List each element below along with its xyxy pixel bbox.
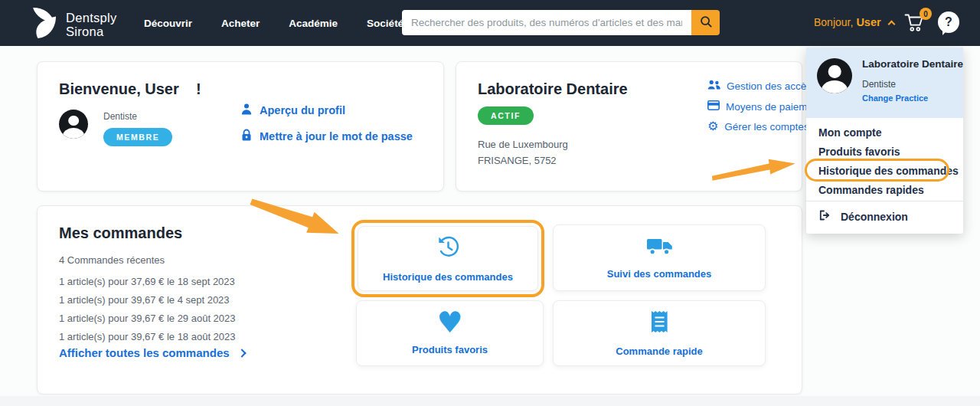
gear-icon: ⚙ — [707, 120, 718, 133]
logo-wordmark: Dentsply Sirona — [66, 11, 117, 39]
tile-favorite-products[interactable]: ♥ Produits favoris — [356, 300, 544, 366]
chevron-up-icon — [887, 20, 895, 28]
welcome-card: Bienvenue, User ! Dentiste MEMBRE Aperçu… — [37, 61, 444, 192]
nav-item-academie[interactable]: Académie — [289, 18, 338, 29]
clock-history-icon — [436, 235, 460, 262]
tile-quick-order[interactable]: Commande rapide — [553, 300, 766, 366]
membre-badge: MEMBRE — [103, 128, 172, 146]
greeting-prefix: Bonjour, — [814, 16, 853, 28]
order-line: 1 article(s) pour 39,67 € le 4 sept 2023 — [59, 294, 236, 306]
main-nav: Découvrir Acheter Académie Société — [144, 0, 403, 46]
person-icon — [241, 103, 252, 117]
user-role: Dentiste — [103, 111, 172, 122]
practice-title: Laboratoire Dentaire — [478, 80, 628, 98]
welcome-title: Bienvenue, User ! — [59, 80, 201, 98]
orders-title: Mes commandes — [59, 224, 182, 242]
logout-icon — [818, 209, 831, 224]
question-mark-icon: ? — [945, 15, 952, 29]
menu-role: Dentiste — [862, 79, 963, 90]
nav-item-decouvrir[interactable]: Découvrir — [144, 18, 192, 29]
tile-order-tracking-label: Suivi des commandes — [607, 268, 712, 280]
heart-icon: ♥ — [436, 311, 462, 334]
logout-menu-item[interactable]: Déconnexion — [806, 201, 963, 234]
search-input[interactable] — [402, 10, 691, 35]
search-bar — [402, 10, 720, 35]
tile-quick-order-label: Commande rapide — [616, 345, 702, 357]
cart-button[interactable]: 0 — [904, 13, 925, 35]
tile-order-history-label: Historique des commandes — [383, 271, 513, 283]
tile-order-history[interactable]: Historique des commandes — [358, 226, 538, 291]
user-access-management-link[interactable]: Gestion des accès uti — [707, 80, 807, 93]
cart-count-badge: 0 — [920, 8, 932, 20]
search-button[interactable] — [691, 10, 720, 35]
top-navbar: Dentsply Sirona Découvrir Acheter Académ… — [0, 0, 980, 46]
lock-icon — [241, 129, 252, 143]
user-avatar — [59, 110, 88, 139]
account-menu-items: Mon compte Produits favoris Historique d… — [806, 118, 963, 199]
credit-card-icon — [707, 100, 720, 113]
practice-address: Rue de Luxembourg FRISANGE, 5752 — [478, 137, 568, 169]
receipt-icon — [651, 310, 668, 336]
practice-links: Gestion des accès uti Moyens de paiement… — [707, 80, 807, 133]
change-practice-link[interactable]: Change Practice — [862, 93, 963, 103]
order-line: 1 article(s) pour 39,67 € le 29 août 202… — [59, 313, 236, 324]
address-line-1: Rue de Luxembourg — [478, 137, 568, 153]
view-all-orders-link[interactable]: Afficher toutes les commandes — [59, 346, 245, 359]
address-line-2: FRISANGE, 5752 — [478, 153, 568, 169]
profile-summary: Dentiste MEMBRE — [59, 110, 172, 146]
profile-links: Aperçu du profil Mettre à jour le mot de… — [241, 103, 413, 143]
menu-item-mon-compte[interactable]: Mon compte — [806, 123, 963, 142]
logout-label: Déconnexion — [841, 211, 908, 223]
help-button[interactable]: ? — [938, 11, 959, 33]
nav-item-acheter[interactable]: Acheter — [221, 18, 260, 29]
payment-methods-link[interactable]: Moyens de paiement — [707, 100, 807, 113]
actif-status-badge: ACTIF — [478, 106, 534, 125]
chevron-right-icon — [237, 349, 246, 357]
truck-icon — [646, 236, 673, 259]
menu-avatar — [817, 58, 852, 93]
cart-icon — [904, 21, 925, 34]
manage-accounts-link[interactable]: ⚙ Gérer les comptes du — [707, 120, 807, 133]
update-password-label: Mettre à jour le mot de passe — [260, 130, 413, 142]
dentsply-sirona-logo[interactable]: Dentsply Sirona — [31, 7, 117, 42]
practice-card: Laboratoire Dentaire ACTIF Rue de Luxemb… — [456, 61, 802, 192]
account-dropdown-header: Laboratoire Dentaire Dentiste Change Pra… — [806, 47, 963, 118]
profile-overview-label: Aperçu du profil — [260, 104, 345, 116]
users-icon — [707, 80, 720, 93]
tile-order-tracking[interactable]: Suivi des commandes — [553, 224, 766, 291]
account-greeting-button[interactable]: Bonjour, User — [814, 16, 894, 28]
menu-item-commandes-rapides[interactable]: Commandes rapides — [806, 180, 963, 199]
order-line: 1 article(s) pour 37,69 € le 18 sept 202… — [59, 276, 236, 287]
dentsply-sirona-logo-icon — [31, 7, 58, 42]
menu-item-produits-favoris[interactable]: Produits favoris — [806, 142, 963, 161]
tile-favorite-products-label: Produits favoris — [412, 344, 488, 355]
recent-orders-list: 1 article(s) pour 37,69 € le 18 sept 202… — [59, 276, 236, 342]
order-line: 1 article(s) pour 39,67 € le 18 août 202… — [59, 331, 236, 342]
orders-subtitle: 4 Commandes récentes — [59, 254, 165, 266]
footer-strip — [0, 396, 980, 406]
menu-practice-name: Laboratoire Dentaire — [862, 58, 963, 70]
view-all-orders-label: Afficher toutes les commandes — [59, 346, 230, 359]
account-dropdown-menu: Laboratoire Dentaire Dentiste Change Pra… — [806, 47, 963, 234]
menu-item-historique-des-commandes[interactable]: Historique des commandes — [806, 161, 963, 180]
search-icon — [699, 15, 713, 31]
update-password-link[interactable]: Mettre à jour le mot de passe — [241, 129, 413, 143]
profile-overview-link[interactable]: Aperçu du profil — [241, 103, 413, 117]
nav-item-societe[interactable]: Société — [367, 18, 403, 29]
greeting-name: User — [856, 16, 880, 28]
